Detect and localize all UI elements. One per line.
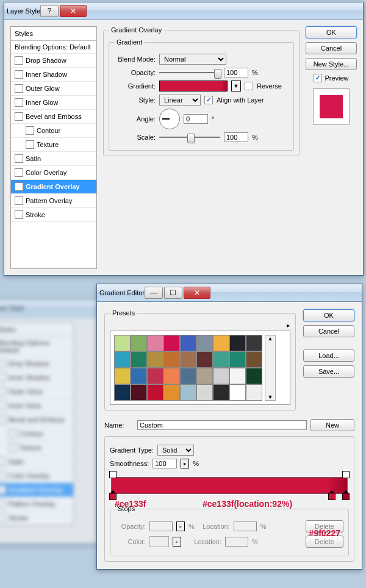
preset-swatch[interactable] [246, 335, 262, 351]
preset-swatch[interactable] [229, 351, 246, 368]
preset-swatch[interactable] [213, 351, 229, 368]
color-stop-2[interactable] [328, 493, 336, 500]
opacity-stop-left[interactable] [109, 471, 117, 478]
preset-swatch[interactable] [196, 368, 213, 384]
preset-swatch[interactable] [147, 351, 163, 368]
preset-swatch[interactable] [163, 335, 180, 351]
align-checkbox[interactable] [204, 96, 213, 104]
preset-swatch[interactable] [180, 368, 196, 384]
ge-titlebar[interactable]: Gradient Editor — ☐ ✕ [97, 284, 362, 302]
preset-swatch[interactable] [246, 368, 262, 384]
cancel-button[interactable]: Cancel [306, 42, 357, 54]
ge-max-button[interactable]: ☐ [164, 287, 182, 299]
preset-swatch[interactable] [246, 351, 262, 368]
preset-swatch[interactable] [114, 368, 131, 384]
ge-ok-button[interactable]: OK [303, 309, 354, 321]
help-button[interactable]: ? [40, 5, 59, 17]
opacity-stop-right[interactable] [342, 471, 350, 478]
smoothness-input[interactable] [152, 459, 177, 468]
blending-options[interactable]: Blending Options: Default [11, 41, 96, 54]
style-color-overlay[interactable]: Color Overlay [11, 166, 96, 180]
style-select[interactable]: Linear [159, 95, 201, 106]
gradient-preview[interactable] [159, 81, 228, 91]
preview-checkbox[interactable] [314, 74, 322, 82]
style-stroke[interactable]: Stroke [11, 208, 96, 222]
preset-swatch[interactable] [246, 384, 262, 401]
opacity-input[interactable] [224, 68, 248, 77]
presets-scrollbar[interactable]: ▲▼ [265, 335, 276, 401]
titlebar[interactable]: Layer Style ? ✕ [4, 2, 363, 20]
gradient-subgroup: Gradient Blend Mode: Normal Opacity: % G… [109, 38, 294, 151]
ge-save-button[interactable]: Save... [303, 365, 354, 378]
preset-swatch[interactable] [213, 368, 229, 384]
ge-min-button[interactable]: — [145, 287, 163, 299]
preset-swatch[interactable] [147, 368, 163, 384]
ge-close-button[interactable]: ✕ [184, 287, 210, 299]
style-label: Style: [114, 96, 156, 104]
blendmode-select[interactable]: Normal [159, 54, 226, 65]
presets-menu-icon[interactable]: ▸ [287, 321, 290, 329]
preset-swatch[interactable] [131, 368, 147, 384]
style-contour[interactable]: Contour [11, 124, 96, 138]
preset-swatch[interactable] [114, 335, 131, 351]
preset-swatch[interactable] [131, 351, 147, 368]
preset-grid[interactable] [114, 335, 262, 401]
angle-input[interactable] [184, 114, 208, 124]
preset-swatch[interactable] [229, 384, 246, 401]
style-gradient-overlay[interactable]: Gradient Overlay [11, 180, 96, 194]
new-style-button[interactable]: New Style... [306, 58, 357, 70]
preset-swatch[interactable] [163, 384, 180, 401]
style-texture[interactable]: Texture [11, 138, 96, 152]
stop-location2-input [225, 537, 248, 547]
preset-swatch[interactable] [114, 384, 131, 401]
style-outer-glow[interactable]: Outer Glow [11, 82, 96, 96]
preset-swatch[interactable] [114, 351, 131, 368]
style-inner-shadow[interactable]: Inner Shadow [11, 68, 96, 82]
smoothness-stepper-icon[interactable]: ▸ [181, 459, 189, 468]
preset-swatch[interactable] [196, 335, 213, 351]
preset-swatch[interactable] [196, 384, 213, 401]
preset-swatch[interactable] [229, 368, 246, 384]
new-button[interactable]: New [310, 419, 354, 431]
preset-swatch[interactable] [213, 384, 229, 401]
opacity-slider[interactable] [159, 68, 220, 77]
blurred-window: Layer Style Styles Blending Options: Def… [0, 299, 99, 544]
preset-swatch[interactable] [180, 384, 196, 401]
gradient-edit-group: Gradient Type: Solid Smoothness: ▸ % #ce… [104, 436, 354, 562]
close-button[interactable]: ✕ [60, 5, 87, 17]
name-input[interactable] [137, 420, 307, 430]
angle-dial[interactable] [159, 109, 180, 129]
style-inner-glow[interactable]: Inner Glow [11, 96, 96, 110]
ge-cancel-button[interactable]: Cancel [303, 325, 354, 337]
color-stop-3[interactable] [342, 493, 350, 500]
preset-swatch[interactable] [213, 335, 229, 351]
ge-load-button[interactable]: Load... [303, 350, 354, 362]
preset-swatch[interactable] [163, 368, 180, 384]
preset-swatch[interactable] [147, 335, 163, 351]
reverse-checkbox[interactable] [245, 82, 253, 90]
opacity-unit: % [252, 69, 258, 76]
scale-slider[interactable] [159, 133, 220, 142]
preset-swatch[interactable] [180, 351, 196, 368]
smoothness-label: Smoothness: [110, 460, 149, 467]
style-satin[interactable]: Satin [11, 152, 96, 166]
preset-swatch[interactable] [180, 335, 196, 351]
preset-swatch[interactable] [229, 335, 246, 351]
preset-swatch[interactable] [196, 351, 213, 368]
scale-input[interactable] [224, 132, 248, 142]
ok-button[interactable]: OK [306, 26, 357, 38]
gradient-dropdown-icon[interactable]: ▼ [231, 81, 241, 91]
gradient-bar[interactable] [111, 477, 348, 494]
preview-label: Preview [325, 74, 348, 82]
preset-swatch[interactable] [163, 351, 180, 368]
gradtype-select[interactable]: Solid [157, 445, 194, 456]
style-bevel-emboss[interactable]: Bevel and Emboss [11, 110, 96, 124]
preset-swatch[interactable] [131, 384, 147, 401]
gradient-overlay-group: Gradient Overlay Gradient Blend Mode: No… [103, 26, 300, 156]
style-drop-shadow[interactable]: Drop Shadow [11, 54, 96, 68]
preset-swatch[interactable] [147, 384, 163, 401]
styles-header[interactable]: Styles [11, 27, 96, 41]
style-pattern-overlay[interactable]: Pattern Overlay [11, 194, 96, 208]
annot-stop3: #9f0227 [309, 528, 340, 538]
preset-swatch[interactable] [131, 335, 147, 351]
